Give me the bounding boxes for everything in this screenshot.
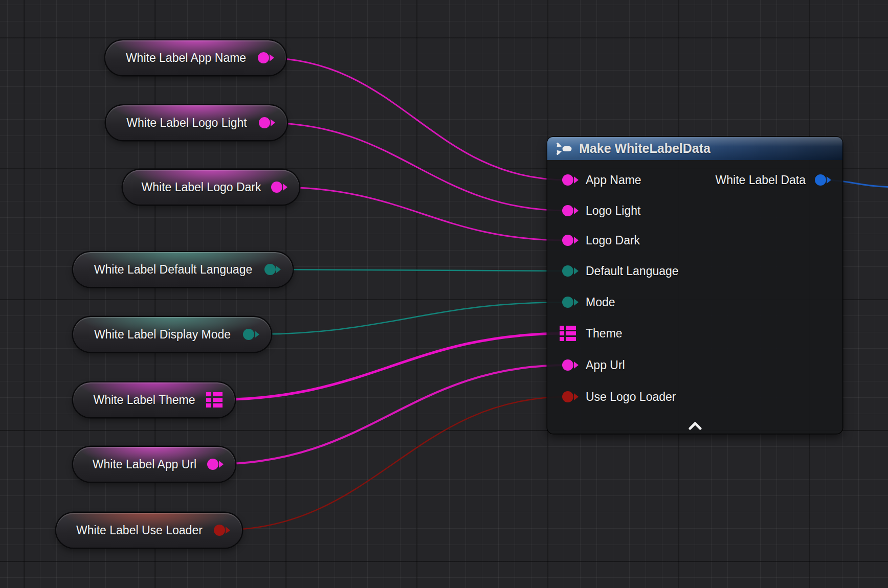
enum-output-pin[interactable] (243, 329, 254, 340)
bool-output-pin[interactable] (214, 525, 225, 536)
string-input-pin[interactable] (562, 359, 573, 371)
wire[interactable] (264, 123, 568, 211)
struct-pin-cell (206, 398, 211, 402)
struct-pin-cell (213, 398, 223, 402)
wire[interactable] (219, 397, 568, 530)
struct-output-pin-icon[interactable] (206, 392, 223, 408)
input-pin-row: Logo Light (562, 202, 640, 219)
struct-input-pin-icon[interactable] (560, 326, 576, 341)
struct-pin-cell (206, 403, 211, 408)
variable-getter-node[interactable]: White Label Use Loader (56, 513, 242, 548)
input-pin-row: App Url (562, 356, 625, 374)
string-output-pin[interactable] (259, 117, 270, 128)
input-pin-row: Default Language (562, 262, 679, 280)
string-output-pin[interactable] (207, 459, 218, 470)
output-pin-row: White Label Data (716, 171, 826, 189)
node-title: Make WhiteLabelData (579, 141, 711, 156)
input-pin-label: Theme (586, 327, 623, 341)
struct-pin-cell (566, 337, 576, 341)
input-pin-label: Default Language (586, 264, 679, 278)
variable-getter-node[interactable]: White Label App Url (73, 447, 235, 482)
variable-getter-label: White Label Default Language (81, 263, 285, 277)
input-pin-label: Logo Light (586, 204, 640, 218)
variable-getter-node[interactable]: White Label Default Language (73, 252, 293, 287)
object-output-pin[interactable] (815, 174, 826, 186)
struct-pin-cell (213, 403, 223, 408)
string-input-pin[interactable] (562, 235, 573, 246)
variable-getter-node[interactable]: White Label Display Mode (73, 317, 271, 352)
blueprint-graph-canvas[interactable]: White Label App NameWhite Label Logo Lig… (0, 0, 888, 588)
variable-getter-node[interactable]: White Label Logo Dark (123, 170, 299, 205)
input-pin-row: App Name (562, 171, 641, 189)
variable-getter-node[interactable]: White Label Theme (73, 382, 235, 417)
struct-pin-cell (560, 326, 564, 330)
struct-pin-cell (566, 326, 576, 330)
string-input-pin[interactable] (562, 174, 573, 186)
input-pin-label: Mode (586, 296, 615, 309)
wire[interactable] (270, 269, 568, 271)
struct-pin-cell (560, 337, 564, 341)
variable-getter-label: White Label Logo Dark (128, 180, 294, 194)
wire[interactable] (277, 187, 568, 240)
enum-input-pin[interactable] (562, 265, 573, 277)
node-header[interactable]: Make WhiteLabelData (547, 137, 842, 160)
wire[interactable] (263, 58, 568, 180)
input-pin-label: Logo Dark (586, 234, 640, 247)
struct-pin-cell (566, 331, 576, 335)
string-output-pin[interactable] (258, 52, 269, 63)
input-pin-label: App Name (586, 173, 641, 187)
enum-output-pin[interactable] (264, 264, 276, 275)
variable-getter-node[interactable]: White Label App Name (105, 40, 286, 75)
input-pin-label: Use Logo Loader (586, 390, 676, 404)
input-pin-label: App Url (586, 358, 625, 372)
string-output-pin[interactable] (271, 182, 282, 193)
variable-getter-label: White Label Logo Light (113, 116, 279, 130)
input-pin-row: Use Logo Loader (562, 388, 676, 405)
variable-getter-label: White Label Display Mode (81, 328, 263, 342)
bool-input-pin[interactable] (562, 391, 573, 402)
variable-getter-node[interactable]: White Label Logo Light (106, 105, 287, 140)
input-pin-row: Logo Dark (562, 232, 640, 249)
string-input-pin[interactable] (562, 205, 573, 216)
struct-pin-cell (560, 331, 564, 335)
struct-pin-cell (206, 392, 211, 396)
make-struct-icon (556, 142, 573, 156)
wire[interactable] (213, 365, 568, 464)
wire[interactable] (249, 302, 568, 334)
variable-getter-label: White Label App Name (113, 51, 279, 65)
collapse-node-button[interactable] (687, 421, 703, 431)
chevron-up-icon (688, 422, 702, 430)
input-pin-row: Mode (562, 293, 615, 311)
output-pin-label: White Label Data (716, 173, 806, 187)
input-pin-row: Theme (560, 325, 623, 342)
enum-input-pin[interactable] (562, 297, 573, 308)
variable-getter-label: White Label Use Loader (63, 524, 235, 537)
make-struct-node[interactable]: Make WhiteLabelDataApp NameLogo LightLog… (547, 137, 842, 434)
struct-pin-cell (213, 392, 223, 396)
